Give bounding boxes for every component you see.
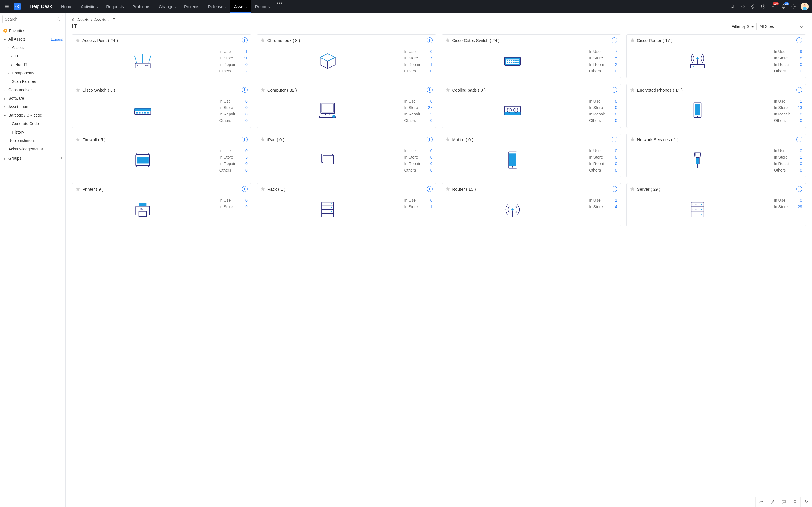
gear-icon[interactable] — [791, 3, 797, 10]
software-item[interactable]: Software — [0, 94, 65, 103]
stat-value[interactable]: 0 — [427, 149, 433, 153]
star-icon[interactable] — [75, 38, 80, 43]
stat-value[interactable]: 2 — [612, 62, 617, 67]
stat-value[interactable]: 0 — [612, 161, 617, 166]
stat-value[interactable]: 0 — [612, 155, 617, 159]
stat-value[interactable]: 7 — [612, 49, 617, 54]
stat-value[interactable]: 9 — [797, 49, 802, 54]
stat-value[interactable]: 0 — [612, 112, 617, 116]
hamburger-icon[interactable] — [3, 3, 10, 10]
bulb-icon[interactable] — [790, 497, 801, 507]
barcode-item[interactable]: Barcode / QR code — [0, 111, 65, 119]
star-icon[interactable] — [446, 187, 450, 191]
stat-value[interactable]: 0 — [797, 198, 802, 203]
stat-value[interactable]: 1 — [242, 49, 248, 54]
stat-value[interactable]: 2 — [242, 69, 248, 73]
star-icon[interactable] — [75, 187, 80, 191]
breadcrumb-link[interactable]: Assets — [94, 17, 106, 22]
groups-item[interactable]: Groups + — [0, 153, 65, 163]
card-title[interactable]: Network Services ( 1 ) — [637, 137, 794, 142]
breadcrumb-link[interactable]: IT — [112, 17, 115, 22]
stat-value[interactable]: 0 — [427, 118, 433, 123]
stat-value[interactable]: 1 — [612, 198, 617, 203]
bell-icon[interactable]: 25 — [780, 3, 786, 10]
chat-icon[interactable] — [778, 497, 790, 507]
stat-value[interactable]: 5 — [427, 112, 433, 116]
acknowledgements-item[interactable]: Acknowledgements — [0, 145, 65, 153]
stat-value[interactable]: 0 — [427, 198, 433, 203]
card-title[interactable]: iPad ( 0 ) — [267, 137, 424, 142]
star-icon[interactable] — [260, 38, 265, 43]
it-item[interactable]: IT — [0, 52, 65, 60]
components-item[interactable]: Components — [0, 69, 65, 77]
stat-value[interactable]: 0 — [427, 168, 433, 172]
stat-value[interactable]: 0 — [797, 112, 802, 116]
add-asset-button[interactable] — [797, 136, 802, 142]
nav-more[interactable]: ••• — [274, 0, 285, 13]
stat-value[interactable]: 0 — [427, 69, 433, 73]
sparkle-icon[interactable] — [740, 3, 746, 10]
add-asset-button[interactable] — [612, 136, 617, 142]
add-group-icon[interactable]: + — [60, 155, 63, 161]
stat-value[interactable]: 0 — [242, 168, 248, 172]
card-title[interactable]: Mobile ( 0 ) — [452, 137, 610, 142]
search-icon[interactable] — [730, 3, 736, 10]
card-title[interactable]: Printer ( 9 ) — [82, 187, 240, 191]
stat-value[interactable]: 0 — [242, 62, 248, 67]
stat-value[interactable]: 0 — [612, 105, 617, 110]
expand-link[interactable]: Expand — [51, 37, 63, 41]
add-asset-button[interactable] — [612, 186, 617, 192]
add-asset-button[interactable] — [427, 38, 433, 43]
stat-value[interactable]: 0 — [612, 149, 617, 153]
add-asset-button[interactable] — [797, 87, 802, 93]
nav-problems[interactable]: Problems — [128, 0, 154, 13]
card-title[interactable]: Cisco Catos Switch ( 24 ) — [452, 38, 610, 43]
add-asset-button[interactable] — [612, 38, 617, 43]
star-icon[interactable] — [446, 88, 450, 92]
assets-item[interactable]: Assets — [0, 43, 65, 52]
stat-value[interactable]: 0 — [242, 112, 248, 116]
stat-value[interactable]: 0 — [797, 168, 802, 172]
add-asset-button[interactable] — [242, 38, 248, 43]
star-icon[interactable] — [446, 137, 450, 142]
card-title[interactable]: Router ( 15 ) — [452, 187, 610, 191]
add-asset-button[interactable] — [612, 87, 617, 93]
nav-home[interactable]: Home — [57, 0, 77, 13]
card-title[interactable]: Computer ( 32 ) — [267, 88, 424, 93]
stat-value[interactable]: 0 — [612, 168, 617, 172]
all-assets-item[interactable]: All Assets Expand — [0, 35, 65, 43]
star-icon[interactable] — [260, 137, 265, 142]
site-select[interactable]: All Sites — [756, 22, 806, 31]
star-icon[interactable] — [260, 88, 265, 92]
stat-value[interactable]: 0 — [427, 49, 433, 54]
search-input[interactable] — [2, 15, 63, 23]
star-icon[interactable] — [75, 137, 80, 142]
nav-projects[interactable]: Projects — [180, 0, 204, 13]
stat-value[interactable]: 15 — [612, 56, 617, 60]
add-asset-button[interactable] — [427, 136, 433, 142]
generate-code-item[interactable]: Generate Code — [0, 119, 65, 128]
stat-value[interactable]: 0 — [242, 161, 248, 166]
stat-value[interactable]: 0 — [427, 155, 433, 159]
star-icon[interactable] — [630, 187, 635, 191]
consumables-item[interactable]: Consumables — [0, 86, 65, 94]
card-title[interactable]: Firewall ( 5 ) — [82, 137, 240, 142]
stat-value[interactable]: 0 — [612, 118, 617, 123]
stat-value[interactable]: 0 — [797, 149, 802, 153]
stat-value[interactable]: 29 — [797, 205, 802, 209]
stat-value[interactable]: 7 — [427, 56, 433, 60]
compose-icon[interactable] — [767, 497, 778, 507]
stat-value[interactable]: 0 — [427, 161, 433, 166]
stat-value[interactable]: 1 — [797, 99, 802, 103]
star-icon[interactable] — [630, 88, 635, 92]
tasks-icon[interactable]: 99+ — [770, 3, 776, 10]
star-icon[interactable] — [75, 88, 80, 92]
stat-value[interactable]: 0 — [242, 118, 248, 123]
add-asset-button[interactable] — [797, 38, 802, 43]
card-title[interactable]: Cisco Switch ( 0 ) — [82, 88, 240, 93]
stat-value[interactable]: 0 — [612, 99, 617, 103]
add-asset-button[interactable] — [797, 186, 802, 192]
stat-value[interactable]: 0 — [797, 118, 802, 123]
stat-value[interactable]: 13 — [797, 105, 802, 110]
stat-value[interactable]: 27 — [427, 105, 433, 110]
